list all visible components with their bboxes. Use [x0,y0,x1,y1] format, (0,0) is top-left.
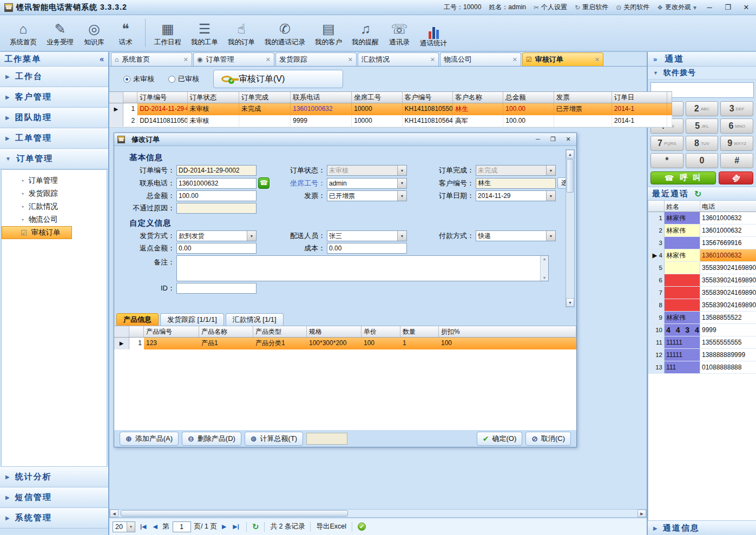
tab-order-review[interactable]: ☑审核订单✕ [522,52,603,66]
sidebar-collapse-icon[interactable]: « [100,55,104,63]
dial-key-6[interactable]: 6MNO [720,118,753,134]
tab-remittance[interactable]: 汇款情况✕ [358,52,439,66]
cost-field[interactable] [327,243,407,254]
scroll-left-icon[interactable]: ◀ [110,510,119,517]
restart-software-button[interactable]: ↻重启软件 [575,3,608,12]
toolbar-item-my-reminders[interactable]: ♫我的提醒 [347,17,383,49]
toolbar-item-my-call-records[interactable]: ✆我的通话记录 [260,17,310,49]
scroll-down-icon[interactable]: ▼ [543,276,547,280]
toolbar-item-knowledge[interactable]: ◎知识库 [79,17,109,49]
channel-header[interactable]: » 通道 [648,52,756,67]
id-field[interactable] [176,283,257,294]
close-icon[interactable]: ✕ [595,56,600,63]
sidebar-group-team[interactable]: ▶团队助理 [0,108,108,128]
sidebar-item-order-review[interactable]: ☑审核订单 [2,226,72,239]
toolbar-item-my-orders[interactable]: ☝我的订单 [223,17,259,49]
dial-phone-button[interactable]: ☎ [258,177,269,189]
close-software-button[interactable]: ⊙关闭软件 [616,3,649,12]
sidebar-item-shipping-tracking[interactable]: ◔发货跟踪 [2,187,107,200]
toolbar-item-script[interactable]: ❝话术 [110,17,141,49]
sidebar-group-customers[interactable]: ▶客户管理 [0,87,108,108]
radio-unapproved[interactable]: 未审核 [123,74,154,84]
add-product-button[interactable]: ⊕添加产品(A) [120,432,179,446]
dial-key-7[interactable]: 7PQRS [650,136,683,151]
list-item[interactable]: 313567669916 [648,237,756,249]
toolbar-item-my-workorders[interactable]: ☰我的工单 [187,17,222,49]
dialer-header[interactable]: ▼ 软件拨号 [648,67,756,80]
sidebar-group-workbench[interactable]: ▶工作台 [0,67,108,87]
prev-page-button[interactable]: ◀ [152,523,159,530]
agent-select[interactable]: admin▼ [327,178,407,189]
dialog-close-button[interactable]: ✕ [563,136,573,143]
sidebar-group-workorders[interactable]: ▶工单管理 [0,128,108,149]
list-item[interactable]: 5355839024169890 [648,262,756,274]
scroll-right-icon[interactable]: ▶ [637,510,646,517]
textarea-scrollbar[interactable]: ▲▼ [540,256,548,281]
contact-phone-field[interactable] [176,178,257,189]
dial-key-2[interactable]: 2ABC [686,101,719,116]
refresh-icon[interactable]: ↻ [694,189,701,199]
sidebar-group-statistics[interactable]: ▶统计分析 [0,467,108,487]
dialog-minimize-button[interactable]: ─ [533,136,543,143]
next-page-button[interactable]: ▶ [220,523,228,530]
toolbar-item-home[interactable]: ⌂系统首页 [5,17,41,49]
list-item[interactable]: 7355839024169890 [648,287,756,299]
toolbar-item-call-stats[interactable]: 通话统计 [416,17,451,49]
minimize-button[interactable]: ─ [704,3,715,11]
scroll-down-icon[interactable]: ▼ [566,298,574,307]
dial-key-0[interactable]: 0 [686,153,719,168]
scroll-up-icon[interactable]: ▲ [566,150,574,158]
list-item[interactable]: 1211111138888889999 [648,349,756,361]
dial-key-3[interactable]: 3DEF [720,101,753,116]
payment-method-select[interactable]: 快递▼ [476,230,556,241]
list-item[interactable]: 2林家伟13601000632 [648,224,756,237]
list-item[interactable]: 9林家伟13588855522 [648,312,756,324]
dial-key-9[interactable]: 9WXYZ [720,136,753,151]
remove-product-button[interactable]: ⊖删除产品(D) [182,432,241,446]
radio-approved[interactable]: 已审核 [168,74,199,84]
tab-logistics[interactable]: 物流公司✕ [440,52,521,66]
close-icon[interactable]: ✕ [348,56,353,63]
page-size-select[interactable]: 20▼ [113,521,135,532]
list-item[interactable]: ▶ 4林家伟13601000632 [648,249,756,262]
toolbar-item-my-customers[interactable]: ▤我的客户 [311,17,346,49]
scrollbar-thumb[interactable] [567,159,574,193]
dialog-maximize-button[interactable]: ❐ [548,136,558,143]
ship-method-select[interactable]: 款到发货▼ [176,230,257,241]
table-row[interactable]: ▶ 1 123 产品1 产品分类1 100*300*200 100 1 100 [114,338,576,349]
remark-textarea[interactable]: ▲▼ [176,255,549,281]
toolbar-item-contacts[interactable]: ☏通讯录 [384,17,415,49]
list-item[interactable]: 6355839024169890 [648,274,756,287]
personal-settings-button[interactable]: ✂个人设置 [534,3,567,12]
calc-total-button[interactable]: ⊚计算总额(T) [245,432,303,446]
tab-order-management[interactable]: ◉订单管理✕ [193,52,274,66]
page-number-input[interactable] [173,521,191,532]
sidebar-item-remittance[interactable]: ◔汇款情况 [2,200,107,213]
dial-key-5[interactable]: 5JKL [686,118,719,134]
call-button[interactable]: ☎呼 叫 [650,171,716,184]
tab-shipping-detail[interactable]: 发货跟踪 [1/1/1] [160,313,224,326]
invoice-select[interactable]: 已开增票▼ [327,190,407,201]
list-item[interactable]: 111111113555555555 [648,336,756,349]
sidebar-item-order-management[interactable]: ◔订单管理 [2,174,107,187]
list-item[interactable]: 8355839024169890 [648,299,756,312]
close-icon[interactable]: ✕ [183,56,188,63]
close-icon[interactable]: ✕ [430,56,435,63]
first-page-button[interactable]: |◀ [139,523,148,530]
tab-system-home[interactable]: ⌂系统首页✕ [111,52,192,66]
delivery-person-select[interactable]: 张三▼ [327,230,407,241]
change-skin-button[interactable]: ❖更改外观▾ [657,3,696,12]
toolbar-item-schedule[interactable]: ▦工作日程 [150,17,186,49]
close-button[interactable]: ✕ [741,3,752,11]
close-icon[interactable]: ✕ [266,56,271,63]
list-item[interactable]: 104 4 3 49999 [648,324,756,336]
scrollbar-thumb[interactable] [121,510,348,517]
sidebar-item-logistics[interactable]: ◔物流公司 [2,213,107,226]
list-item[interactable]: 1311101088888888 [648,361,756,374]
ok-button[interactable]: ✔确定(O) [477,432,523,446]
export-excel-button[interactable]: 导出Excel [316,522,346,531]
channel-info-header[interactable]: ▶ 通道信息 [648,520,756,535]
hangup-button[interactable]: ☎ [719,171,753,184]
table-row[interactable]: ▶ 1 DD-2014-11-29-00 未审核 未完成 13601000632… [109,103,672,115]
last-page-button[interactable]: ▶| [231,523,241,530]
